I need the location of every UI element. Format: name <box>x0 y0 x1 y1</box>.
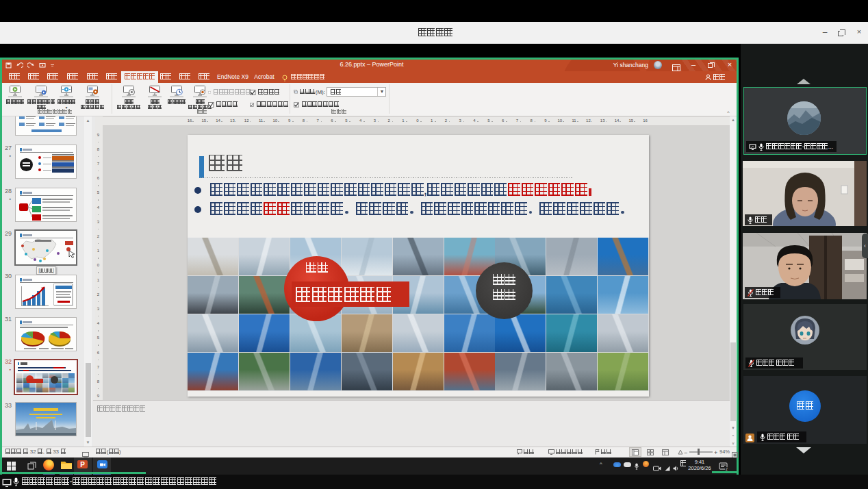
svg-text:2: 2 <box>726 467 728 471</box>
svg-text:P: P <box>80 461 85 468</box>
